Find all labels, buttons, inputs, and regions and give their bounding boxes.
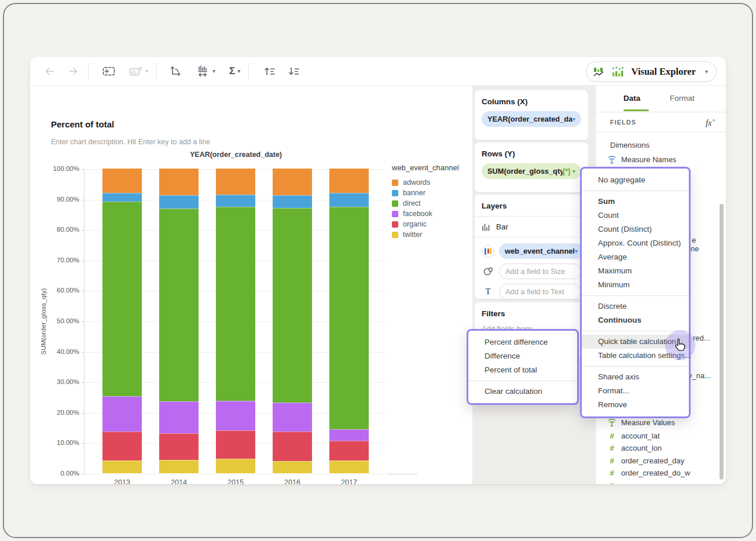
menu-item-no-aggregate[interactable]: No aggregate (582, 173, 689, 187)
swap-axes-button[interactable] (167, 63, 184, 79)
visual-explorer-button[interactable]: Visual Explorer ▾ (586, 61, 717, 82)
bar-segment-banner[interactable] (329, 193, 369, 207)
menu-item-shared-axis[interactable]: Shared axis (582, 370, 689, 384)
bar-segment-facebook[interactable] (329, 429, 369, 441)
bar-segment-twitter[interactable] (102, 460, 142, 473)
menu-item-percent-of-total[interactable]: Percent of total (468, 363, 577, 377)
field-item[interactable]: # (596, 480, 726, 484)
menu-item-count-distinct[interactable]: Count (Distinct) (582, 222, 689, 236)
axis-settings-button[interactable]: ▾ (195, 63, 216, 79)
legend-item-twitter[interactable]: twitter (392, 229, 459, 240)
bar-segment-direct[interactable] (273, 208, 312, 403)
sort-ascending-button[interactable] (262, 64, 278, 79)
bar-segment-organic[interactable] (159, 433, 199, 460)
columns-pill[interactable]: YEAR(order_created_date) ▾ (482, 111, 581, 127)
bar-segment-direct[interactable] (102, 202, 142, 397)
remove-chart-button[interactable]: ▾ (127, 64, 149, 79)
bar-segment-facebook[interactable] (273, 403, 312, 432)
chart-title[interactable]: Percent of total (51, 119, 114, 129)
bar-segment-twitter[interactable] (216, 459, 255, 473)
bar-segment-adwords[interactable] (159, 169, 199, 195)
legend-item-adwords[interactable]: adwords (392, 177, 459, 188)
size-field-dropzone[interactable]: Add a field to Size (499, 264, 581, 279)
clipped-field-fragment[interactable]: v_na... (688, 371, 711, 380)
fields-scrollbar[interactable] (720, 204, 724, 480)
menu-item-count[interactable]: Count (582, 209, 689, 222)
bar-segment-adwords[interactable] (102, 169, 142, 193)
bar-segment-adwords[interactable] (273, 169, 312, 195)
back-button[interactable] (42, 64, 57, 79)
bar-segment-direct[interactable] (216, 207, 255, 401)
menu-item-clear-calculation[interactable]: Clear calculation (468, 385, 577, 399)
legend-item-facebook[interactable]: facebook (392, 209, 459, 219)
menu-item-discrete[interactable]: Discrete (582, 299, 689, 313)
clipped-field-fragment[interactable]: ne (691, 244, 699, 253)
legend-item-banner[interactable]: banner (392, 188, 459, 198)
menu-item-quick-table-calculation[interactable]: Quick table calculation (582, 335, 689, 349)
field-item-account_lon[interactable]: #account_lon (596, 443, 726, 454)
bar-segment-organic[interactable] (216, 430, 255, 459)
menu-item-difference[interactable]: Difference (468, 349, 577, 363)
menu-item-approx-count-distinct[interactable]: Approx. Count (Distinct) (582, 236, 689, 250)
bar-segment-twitter[interactable] (329, 460, 369, 473)
field-item-order_created_day[interactable]: #order_created_day (596, 455, 726, 466)
bar-segment-organic[interactable] (102, 432, 142, 460)
add-calculation-icon[interactable]: fx+ (706, 116, 715, 128)
menu-item-continuous[interactable]: Continuous (582, 313, 689, 327)
menu-item-minimum[interactable]: Minimum (582, 278, 689, 292)
bar-segment-banner[interactable] (273, 195, 312, 208)
aggregate-button[interactable]: Σ ▾ (228, 64, 241, 78)
legend-item-organic[interactable]: organic (392, 219, 459, 229)
bar-segment-facebook[interactable] (216, 401, 255, 430)
bar-segment-banner[interactable] (216, 195, 255, 207)
tab-data[interactable]: Data (623, 94, 640, 103)
legend-item-direct[interactable]: direct (392, 198, 459, 209)
layer-type-row[interactable]: Bar (482, 222, 581, 231)
y-tick-mark (81, 474, 84, 474)
y-tick-mark (81, 261, 84, 261)
columns-shelf: Columns (X) YEAR(order_created_date) ▾ (475, 90, 588, 140)
clipped-field-fragment[interactable]: e (692, 236, 696, 244)
chevron-down-icon: ▾ (237, 68, 240, 74)
chevron-down-icon[interactable]: ▾ (575, 248, 578, 254)
bar-segment-adwords[interactable] (329, 169, 369, 193)
menu-item-format[interactable]: Format... (582, 384, 689, 398)
bar-segment-organic[interactable] (273, 432, 312, 460)
bar-segment-banner[interactable] (159, 195, 199, 209)
menu-item-table-calculation-settings[interactable]: Table calculation settings... (582, 349, 689, 363)
number-icon: # (607, 432, 617, 440)
y-tick-label: 50.00% (38, 317, 79, 324)
text-field-dropzone[interactable]: Add a field to Text (499, 284, 581, 299)
chevron-down-icon[interactable]: ▾ (572, 168, 575, 174)
add-chart-button[interactable] (100, 64, 118, 79)
field-item-account_lat[interactable]: #account_lat (596, 430, 726, 441)
chevron-down-icon[interactable]: ▾ (572, 116, 575, 122)
bar-segment-facebook[interactable] (102, 396, 142, 431)
menu-item-sum[interactable]: Sum (582, 195, 689, 209)
bar-segment-adwords[interactable] (216, 169, 255, 195)
forward-button[interactable] (66, 64, 81, 79)
bar-segment-facebook[interactable] (159, 401, 199, 433)
bar-segment-twitter[interactable] (273, 461, 312, 473)
color-field-pill[interactable]: web_event_channel ▾ (499, 243, 583, 259)
bar-segment-banner[interactable] (102, 193, 142, 202)
size-icon (482, 267, 494, 276)
bar-segment-organic[interactable] (329, 441, 369, 461)
toolbar-divider (248, 63, 249, 80)
menu-item-percent-difference[interactable]: Percent difference (468, 335, 577, 349)
chart-description-placeholder[interactable]: Enter chart description. Hit Enter key t… (51, 138, 210, 146)
field-item-Measure Names[interactable]: Measure Names (596, 153, 726, 165)
field-item-Measure Values[interactable]: Measure Values (596, 416, 726, 428)
bar-segment-direct[interactable] (329, 207, 369, 429)
bar-segment-direct[interactable] (159, 209, 199, 401)
menu-item-maximum[interactable]: Maximum (582, 264, 689, 278)
tab-format[interactable]: Format (670, 94, 695, 103)
x-tick-label: 2015 (207, 478, 264, 484)
field-item-order_created_do_w[interactable]: #order_created_do_w (596, 467, 726, 479)
menu-item-average[interactable]: Average (582, 250, 689, 264)
menu-item-remove[interactable]: Remove (582, 398, 689, 412)
clipped-field-fragment[interactable]: red... (693, 334, 710, 342)
rows-pill[interactable]: SUM(order_gloss_qty) [*] ▾ (482, 163, 581, 179)
bar-segment-twitter[interactable] (159, 460, 199, 473)
sort-descending-button[interactable] (286, 64, 302, 79)
